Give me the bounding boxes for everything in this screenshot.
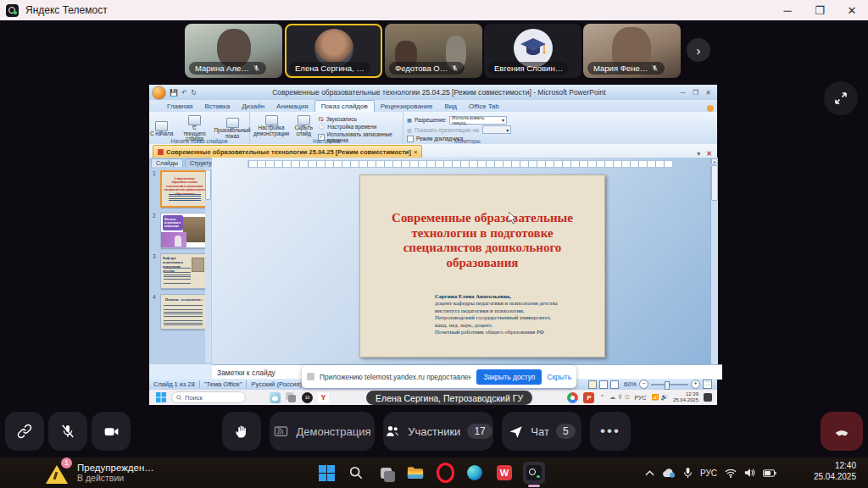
more-options-button[interactable]: ••• xyxy=(590,412,631,451)
start-button[interactable] xyxy=(315,462,337,484)
next-participants-button[interactable]: › xyxy=(687,38,710,62)
tab-office-tab[interactable]: Office Tab xyxy=(463,101,505,112)
document-tab[interactable]: Современные образовательные технологии 2… xyxy=(153,145,422,158)
tab-view[interactable]: Вид xyxy=(439,101,463,112)
participant-tile[interactable]: Евгения Словин… xyxy=(484,24,581,78)
windows-logo-icon xyxy=(319,465,335,481)
record-narration-option[interactable]: 🗘Звукозапись xyxy=(318,116,403,122)
share-note-text: Приложению telemost.yandex.ru предоставл… xyxy=(320,373,471,381)
taskbar-clock[interactable]: 12:40 25.04.2025 xyxy=(814,460,856,482)
participant-tile[interactable]: Мария Фене… xyxy=(583,24,681,78)
tab-slideshow[interactable]: Показ слайдов xyxy=(314,100,375,112)
tab-review[interactable]: Рецензирование xyxy=(375,101,439,112)
chat-button[interactable]: Чат 5 xyxy=(502,412,581,451)
rehearse-timings-option[interactable]: 🕑Настройка времени xyxy=(318,123,403,130)
close-button[interactable]: ✕ xyxy=(836,0,868,20)
from-beginning-button[interactable]: С начала xyxy=(149,119,174,137)
hang-up-icon xyxy=(832,422,851,441)
participant-tile[interactable]: Федотова О… xyxy=(385,24,482,78)
slide-thumbnail-1[interactable]: Современные образовательные технологии в… xyxy=(160,170,209,208)
slide-counter: Слайд 1 из 28 xyxy=(153,380,195,388)
zoom-out-icon[interactable]: − xyxy=(639,380,648,389)
participant-name: Федотова О… xyxy=(395,64,448,73)
custom-show-button[interactable]: Произвольный показ xyxy=(215,116,249,139)
stop-sharing-button[interactable]: Закрыть доступ xyxy=(476,369,542,385)
help-icon[interactable] xyxy=(707,105,714,112)
participant-name-pill: Елена Сергина, … xyxy=(289,62,370,75)
zoom-slider[interactable] xyxy=(651,384,688,385)
minimize-button[interactable]: ─ xyxy=(771,0,804,20)
tab-close-icon[interactable]: × xyxy=(414,148,417,156)
volume-icon[interactable] xyxy=(744,468,755,478)
office-button[interactable] xyxy=(152,86,166,100)
screen-share-button[interactable]: Демонстрация xyxy=(270,412,375,451)
language-indicator[interactable]: Русский (Россия) xyxy=(251,380,302,388)
tab-design[interactable]: Дизайн xyxy=(236,101,270,112)
tab-list-dropdown-icon[interactable]: ▾ xyxy=(697,150,700,158)
tab-animation[interactable]: Анимация xyxy=(270,101,314,112)
slides-pane: Слайды Структура × 1 Современные образов… xyxy=(149,158,213,364)
ppt-file-icon xyxy=(158,149,164,155)
normal-view-icon[interactable] xyxy=(588,380,597,389)
participant-tile-active-speaker[interactable]: Елена Сергина, … xyxy=(285,24,382,78)
raise-hand-button[interactable] xyxy=(222,412,261,451)
shared-network-volume-icons: 📶 🔊 xyxy=(652,394,668,401)
slide-thumbnail-2[interactable]: Институт педагогики и психологии xyxy=(160,213,208,248)
tab-home[interactable]: Главная xyxy=(161,101,198,112)
hide-slide-button[interactable]: Скрыть слайд xyxy=(294,114,313,136)
participant-name: Евгения Словин… xyxy=(494,64,563,73)
ribbon-group-monitors: ▦Разрешение: Использовать текущ…▾ ▥Показ… xyxy=(403,112,531,144)
leave-call-button[interactable] xyxy=(821,412,863,451)
ppt-window-controls[interactable]: ─ ❐ ✕ xyxy=(681,89,714,97)
participant-tile[interactable]: Марина Але… xyxy=(185,24,282,78)
shared-tray-icons: ☁ 🎙 ⚿ xyxy=(609,394,629,401)
telemost-taskbar-button[interactable] xyxy=(523,462,545,484)
participant-name-pill: Марина Але… xyxy=(189,62,266,75)
slide-thumbnail-3[interactable]: Кафедра педагогики и психологии детства xyxy=(160,253,208,289)
tray-language[interactable]: РУС xyxy=(700,469,717,478)
active-app-indicator xyxy=(528,485,540,487)
share-source-icon xyxy=(307,373,314,380)
slide-thumbnail-4[interactable]: Понятие «технология»: xyxy=(160,294,208,330)
sorter-view-icon[interactable] xyxy=(599,380,608,389)
participant-name-pill: Федотова О… xyxy=(389,62,465,75)
fit-window-icon[interactable]: ⛶ xyxy=(703,380,712,389)
slideshow-view-icon[interactable] xyxy=(610,380,619,389)
microphone-button[interactable] xyxy=(48,412,87,451)
chat-label: Чат xyxy=(531,425,549,438)
folder-icon xyxy=(407,466,424,480)
quick-access-toolbar[interactable]: 💾 ↶ ↻ xyxy=(170,89,198,97)
hide-notification-link[interactable]: Скрыть xyxy=(547,373,571,381)
pane-tab-slides[interactable]: Слайды xyxy=(151,158,183,167)
tab-insert[interactable]: Вставка xyxy=(198,101,236,112)
cloud-icon[interactable] xyxy=(662,469,676,478)
shared-yandex-icon: Y xyxy=(318,392,329,403)
editor-scrollbar[interactable]: ▲ xyxy=(710,158,718,364)
tray-mic-icon[interactable] xyxy=(683,467,693,479)
pane-scrollbar[interactable] xyxy=(205,168,211,363)
dots-icon: ••• xyxy=(600,423,620,440)
presenter-label: Елена Сергина, Петрозаводский ГУ xyxy=(366,391,532,405)
author-name: Сергина Елена Анатольевна, xyxy=(435,293,604,300)
wps-button[interactable]: W xyxy=(493,462,515,484)
resolution-dropdown[interactable]: Использовать текущ…▾ xyxy=(449,116,507,125)
expand-shared-screen-button[interactable] xyxy=(824,81,858,115)
task-view-button[interactable] xyxy=(375,462,397,484)
opera-button[interactable] xyxy=(434,462,456,484)
invite-link-button[interactable] xyxy=(5,412,44,451)
file-explorer-button[interactable] xyxy=(404,462,426,484)
battery-icon[interactable] xyxy=(763,469,776,477)
setup-show-button[interactable]: Настройка демонстрации xyxy=(253,114,289,136)
camera-button[interactable] xyxy=(92,412,131,451)
taskbar-search-button[interactable] xyxy=(345,462,367,484)
wifi-icon[interactable] xyxy=(725,469,737,478)
zoom-in-icon[interactable]: + xyxy=(691,380,700,389)
tray-chevron-icon[interactable] xyxy=(645,470,654,476)
edge-button[interactable] xyxy=(464,462,486,484)
ribbon-group-setup: Настройка демонстрации Скрыть слайд 🗘Зву… xyxy=(250,112,403,144)
warning-notification[interactable]: 1 Предупрежден… В действии xyxy=(44,461,154,485)
current-slide-canvas[interactable]: Современные образовательные технологии в… xyxy=(359,175,605,358)
participants-button[interactable]: Участники 17 xyxy=(383,412,493,451)
maximize-button[interactable]: ❐ xyxy=(804,0,836,20)
tab-bar-close-icon[interactable]: ✕ xyxy=(706,150,712,158)
